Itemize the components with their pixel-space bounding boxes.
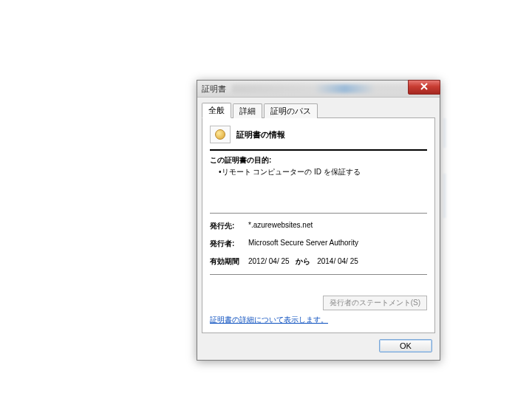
validity-value: 2012/ 04/ 25 から 2014/ 04/ 25 [248, 256, 427, 267]
issuer-statement-button[interactable]: 発行者のステートメント(S) [323, 296, 427, 310]
tab-cert-path[interactable]: 証明のパス [264, 103, 318, 118]
issuer-statement-row: 発行者のステートメント(S) [210, 296, 427, 310]
valid-to: 2014/ 04/ 25 [317, 257, 358, 265]
window-title: 証明書 [202, 83, 226, 95]
validity-label: 有効期間 [210, 256, 248, 267]
separator [210, 149, 427, 151]
cert-info-block: 発行先: *.azurewebsites.net 発行者: Microsoft … [210, 213, 427, 275]
tab-page-general: 証明書の情報 この証明書の目的: •リモート コンピューターの ID を保証する… [202, 117, 435, 333]
dialog-buttons: OK [202, 333, 435, 355]
purpose-label: この証明書の目的: [210, 155, 427, 166]
titlebar-blur [232, 84, 437, 93]
issued-to-value: *.azurewebsites.net [248, 221, 427, 231]
purpose-item: •リモート コンピューターの ID を保証する [210, 167, 427, 177]
certificate-dialog: 証明書 全般 詳細 証明のパス 証明書の情報 [197, 80, 440, 361]
cert-details-link[interactable]: 証明書の詳細について表示します。 [210, 315, 328, 325]
close-button[interactable] [408, 80, 440, 95]
issuer-label: 発行者: [210, 239, 248, 249]
cert-header: 証明書の情報 [210, 124, 427, 148]
tabstrip: 全般 詳細 証明のパス [202, 103, 435, 118]
certificate-icon [210, 126, 231, 143]
tab-label: 全般 [208, 106, 225, 115]
tab-label: 詳細 [239, 106, 256, 115]
issued-to-row: 発行先: *.azurewebsites.net [210, 221, 427, 231]
issuer-row: 発行者: Microsoft Secure Server Authority [210, 239, 427, 249]
close-icon [420, 83, 428, 92]
tab-label: 証明のパス [270, 106, 311, 115]
ok-button[interactable]: OK [379, 339, 432, 352]
valid-from: 2012/ 04/ 25 [248, 257, 290, 265]
separator [210, 213, 427, 214]
dialog-client: 全般 詳細 証明のパス 証明書の情報 この証明書の目的: •リモート コンピュー… [197, 98, 440, 360]
titlebar[interactable]: 証明書 [197, 81, 440, 98]
validity-row: 有効期間 2012/ 04/ 25 から 2014/ 04/ 25 [210, 256, 427, 267]
issuer-value: Microsoft Secure Server Authority [248, 239, 427, 249]
separator [210, 274, 427, 275]
tab-details[interactable]: 詳細 [233, 103, 262, 118]
cert-info-title: 証明書の情報 [236, 129, 285, 140]
valid-separator: から [296, 257, 310, 265]
tab-general[interactable]: 全般 [202, 103, 231, 118]
issued-to-label: 発行先: [210, 221, 248, 231]
